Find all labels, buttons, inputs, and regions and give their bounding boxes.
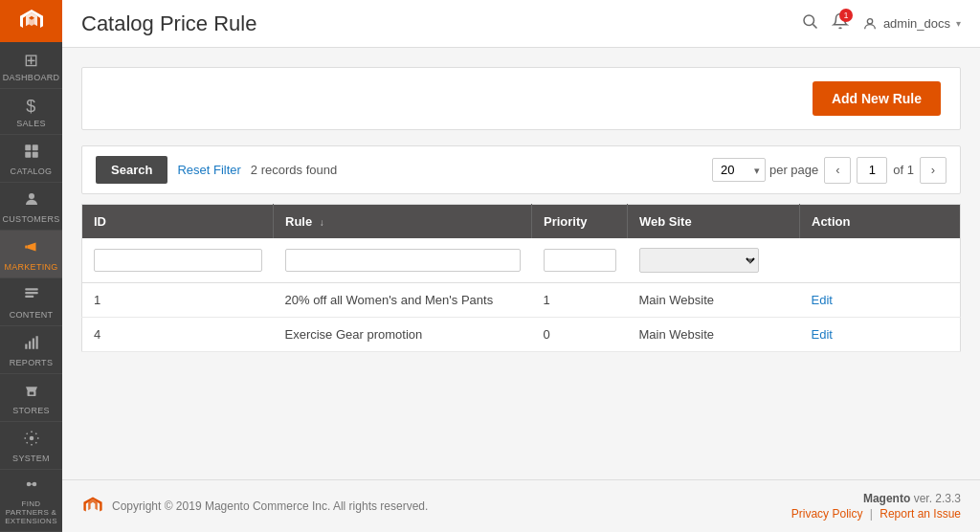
svg-rect-2: [25, 152, 31, 158]
notification-bell-icon[interactable]: 1: [832, 12, 849, 34]
filter-website-select-wrap[interactable]: Main Website: [639, 248, 759, 273]
sidebar-item-customers-label: CUSTOMERS: [2, 214, 59, 224]
sidebar-item-customers[interactable]: CUSTOMERS: [0, 183, 62, 231]
report-issue-link[interactable]: Report an Issue: [880, 507, 961, 521]
svg-rect-9: [25, 344, 27, 349]
search-button[interactable]: Search: [96, 156, 167, 184]
sidebar-item-sales-label: SALES: [16, 119, 46, 128]
footer-magento-logo: [81, 495, 104, 518]
page-content: Add New Rule Search Reset Filter 2 recor…: [62, 48, 980, 479]
pagination-controls: 20 30 50 100 200 per page ‹ of 1 ›: [712, 157, 947, 184]
filter-bar: Search Reset Filter 2 records found 20 3…: [81, 145, 961, 194]
customers-icon: [23, 190, 40, 212]
admin-user-menu[interactable]: admin_docs ▾: [862, 16, 961, 32]
filter-priority-input[interactable]: [544, 249, 616, 272]
sidebar-logo[interactable]: [0, 0, 62, 42]
notification-count: 1: [839, 9, 853, 22]
sidebar-item-dashboard[interactable]: ⊞ DASHBOARD: [0, 42, 62, 89]
filter-id-input[interactable]: [94, 249, 262, 272]
svg-point-4: [29, 193, 34, 199]
svg-point-20: [867, 18, 872, 23]
topbar-right: 1 admin_docs ▾: [801, 12, 961, 34]
svg-rect-1: [32, 144, 37, 150]
cell-website: Main Website: [628, 318, 800, 352]
edit-link-row0[interactable]: Edit: [812, 293, 833, 307]
footer-version: Magento ver. 2.3.3: [791, 492, 961, 505]
col-website-label: Web Site: [639, 214, 692, 229]
reset-filter-button[interactable]: Reset Filter: [177, 163, 240, 177]
page-number-input[interactable]: [857, 157, 887, 184]
sidebar-item-partners[interactable]: FIND PARTNERS & EXTENSIONS: [0, 470, 62, 532]
search-icon[interactable]: [801, 12, 818, 34]
footer-right: Magento ver. 2.3.3 Privacy Policy | Repo…: [791, 492, 961, 521]
marketing-icon: [23, 238, 40, 260]
admin-username: admin_docs: [883, 16, 950, 31]
page-total: of 1: [893, 163, 914, 177]
svg-point-18: [804, 15, 814, 26]
sidebar-item-content[interactable]: CONTENT: [0, 278, 62, 326]
sidebar-item-stores[interactable]: STORES: [0, 374, 62, 422]
page-title: Catalog Price Rule: [81, 11, 256, 36]
page-prev-button[interactable]: ‹: [824, 157, 851, 184]
sidebar-item-reports-label: REPORTS: [10, 358, 53, 367]
cell-id: 4: [82, 318, 274, 352]
action-bar: Add New Rule: [81, 67, 961, 130]
svg-rect-5: [25, 246, 27, 249]
cell-action: Edit: [800, 283, 961, 318]
col-rule-label: Rule: [285, 214, 312, 229]
sidebar-item-partners-label: FIND PARTNERS & EXTENSIONS: [4, 499, 58, 525]
col-id-label: ID: [94, 214, 106, 229]
svg-point-17: [32, 482, 36, 487]
svg-point-16: [26, 482, 31, 487]
sales-icon: $: [26, 97, 35, 117]
per-page-select: 20 30 50 100 200 per page: [712, 158, 818, 182]
page-next-button[interactable]: ›: [920, 157, 947, 184]
col-header-website: Web Site: [628, 205, 800, 239]
svg-point-15: [29, 436, 33, 441]
sidebar-item-system-label: SYSTEM: [12, 454, 50, 463]
cell-rule: Exercise Gear promotion: [274, 318, 532, 352]
filter-website-select[interactable]: Main Website: [639, 248, 759, 273]
svg-rect-0: [25, 144, 31, 150]
filter-row: Main Website: [82, 238, 961, 283]
col-header-priority: Priority: [532, 205, 628, 239]
col-action-label: Action: [812, 214, 850, 229]
cell-action: Edit: [800, 318, 961, 352]
sidebar-item-marketing[interactable]: MARKETING: [0, 231, 62, 278]
footer: Copyright © 2019 Magento Commerce Inc. A…: [62, 479, 980, 532]
content-icon: [23, 286, 40, 308]
per-page-label: per page: [769, 163, 818, 177]
svg-rect-7: [25, 292, 38, 294]
edit-link-row1[interactable]: Edit: [812, 327, 833, 342]
sidebar-item-content-label: CONTENT: [10, 310, 54, 320]
privacy-policy-link[interactable]: Privacy Policy: [791, 507, 863, 521]
partners-icon: [23, 476, 40, 498]
reports-icon: [23, 334, 40, 356]
magento-logo-icon: [17, 7, 46, 35]
per-page-dropdown[interactable]: 20 30 50 100 200: [712, 158, 766, 182]
filter-rule-input[interactable]: [285, 249, 521, 272]
magento-brand: Magento: [863, 492, 910, 505]
admin-dropdown-arrow: ▾: [956, 18, 961, 29]
svg-rect-6: [25, 288, 38, 290]
sidebar-item-reports[interactable]: REPORTS: [0, 326, 62, 374]
sidebar-item-catalog[interactable]: CATALOG: [0, 135, 62, 183]
cell-rule: 20% off all Women's and Men's Pants: [274, 283, 532, 318]
records-found: 2 records found: [251, 163, 337, 177]
svg-rect-14: [29, 392, 33, 395]
per-page-select-wrap[interactable]: 20 30 50 100 200: [712, 158, 766, 182]
sidebar-item-sales[interactable]: $ SALES: [0, 89, 62, 135]
cell-priority: 1: [532, 283, 628, 318]
footer-separator: |: [870, 507, 873, 521]
svg-rect-8: [25, 296, 33, 298]
svg-rect-12: [35, 336, 37, 349]
add-new-rule-button[interactable]: Add New Rule: [813, 81, 941, 116]
sidebar-item-system[interactable]: SYSTEM: [0, 422, 62, 470]
stores-icon: [23, 382, 40, 404]
admin-avatar-icon: [862, 16, 878, 32]
sidebar-item-marketing-label: MARKETING: [4, 262, 57, 272]
footer-copyright: Copyright © 2019 Magento Commerce Inc. A…: [112, 499, 428, 513]
sort-rule-icon[interactable]: ↓: [320, 217, 324, 228]
catalog-icon: [23, 143, 40, 165]
svg-rect-10: [29, 342, 31, 349]
